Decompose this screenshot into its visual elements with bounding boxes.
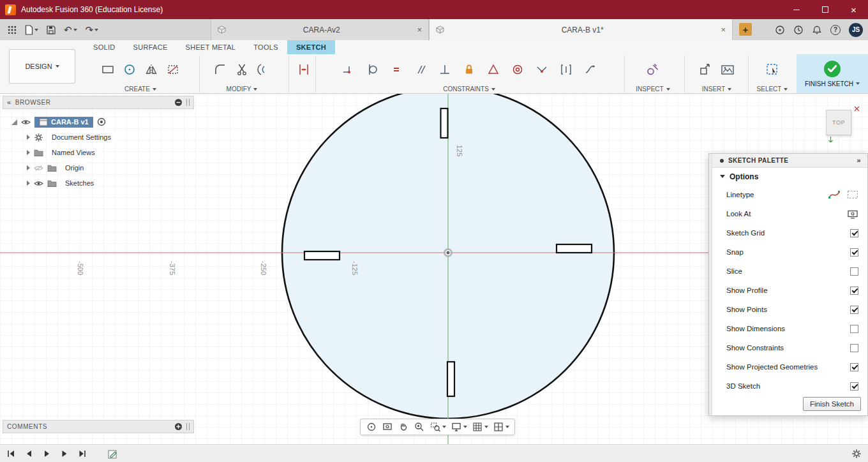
- workspace-selector[interactable]: DESIGN: [9, 49, 75, 84]
- sketch-dimension-button[interactable]: [295, 60, 313, 79]
- offset-tool-button[interactable]: [255, 60, 273, 79]
- notifications-button[interactable]: [812, 25, 822, 35]
- inspect-group-label[interactable]: INSPECT: [629, 85, 677, 93]
- fix-constraint-button[interactable]: [460, 60, 478, 79]
- job-status-button[interactable]: [793, 25, 804, 35]
- activate-radio-icon[interactable]: [97, 117, 106, 126]
- viewcube[interactable]: TOP: [826, 110, 851, 135]
- trim-tool-button[interactable]: [233, 60, 251, 79]
- close-window-button[interactable]: ×: [839, 0, 868, 19]
- linetype-spline-button[interactable]: [828, 190, 841, 200]
- fillet-tool-button[interactable]: [211, 60, 229, 79]
- expand-palette-icon[interactable]: »: [857, 157, 861, 164]
- redo-button[interactable]: ↷: [86, 25, 99, 34]
- mirror-tool-button[interactable]: [142, 60, 160, 79]
- minimize-button[interactable]: [782, 0, 811, 19]
- midpoint-constraint-button[interactable]: [533, 60, 551, 79]
- finish-sketch-button[interactable]: Finish Sketch: [803, 397, 861, 411]
- timeline-sketch-feature[interactable]: [107, 448, 119, 459]
- tab-sheet-metal[interactable]: SHEET METAL: [177, 40, 245, 54]
- show-profile-checkbox[interactable]: [850, 287, 858, 295]
- zoom-window-button[interactable]: [430, 421, 446, 433]
- select-group-label[interactable]: SELECT: [752, 85, 793, 93]
- browser-root-row[interactable]: CARA-B v1: [3, 114, 194, 130]
- origin-point[interactable]: [446, 251, 450, 255]
- timeline-step-back-button[interactable]: [24, 449, 33, 458]
- select-tool-button[interactable]: [763, 60, 781, 79]
- snap-checkbox[interactable]: [850, 248, 858, 257]
- sketch-palette-header[interactable]: SKETCH PALETTE »: [712, 154, 867, 168]
- parallel-constraint-button[interactable]: [412, 60, 430, 79]
- tab-surface[interactable]: SURFACE: [124, 40, 177, 54]
- sketch-slot-right[interactable]: [557, 244, 592, 253]
- root-component-item[interactable]: CARA-B v1: [34, 117, 93, 128]
- expand-arrow-icon[interactable]: [27, 181, 30, 186]
- new-tab-button[interactable]: +: [739, 23, 752, 36]
- eye-off-icon[interactable]: [34, 165, 43, 172]
- tangent-constraint-button[interactable]: [363, 60, 381, 79]
- create-group-label[interactable]: CREATE: [84, 85, 197, 93]
- slice-checkbox[interactable]: [850, 267, 858, 276]
- measure-tool-button[interactable]: [644, 60, 662, 79]
- circle-tool-button[interactable]: [121, 60, 138, 79]
- insert-group-label[interactable]: INSERT: [689, 85, 744, 93]
- undo-button[interactable]: ↶: [64, 25, 77, 34]
- expand-arrow-icon[interactable]: [27, 135, 30, 140]
- show-dimensions-checkbox[interactable]: [850, 325, 858, 333]
- grid-settings-button[interactable]: [472, 421, 488, 433]
- insert-derive-button[interactable]: [697, 60, 715, 79]
- constraints-group-label[interactable]: CONSTRAINTS: [319, 85, 619, 93]
- display-settings-button[interactable]: [451, 421, 467, 433]
- sketch-slot-left[interactable]: [304, 251, 340, 260]
- concentric-constraint-button[interactable]: [509, 60, 527, 79]
- look-at-button[interactable]: [382, 421, 393, 433]
- construction-linetype-button[interactable]: [847, 190, 858, 199]
- sketch-slot-top[interactable]: [441, 108, 448, 138]
- modify-group-label[interactable]: MODIFY: [203, 85, 281, 93]
- curvature-constraint-button[interactable]: [557, 60, 575, 79]
- orbit-button[interactable]: [366, 421, 377, 433]
- finish-sketch-ribbon-button[interactable]: FINISH SKETCH: [797, 54, 868, 93]
- add-comment-icon[interactable]: [174, 422, 183, 431]
- eye-icon[interactable]: [21, 119, 31, 126]
- maximize-button[interactable]: [811, 0, 839, 19]
- tree-item-label[interactable]: Document Settings: [47, 132, 116, 142]
- help-button[interactable]: ?: [830, 25, 841, 35]
- rectangle-tool-button[interactable]: [99, 60, 117, 79]
- collapse-all-icon[interactable]: [174, 98, 183, 107]
- show-projected-checkbox[interactable]: [850, 363, 858, 371]
- document-tab-cara-av2[interactable]: CARA-Av2 ×: [211, 19, 429, 40]
- equal-constraint-button[interactable]: [387, 60, 405, 79]
- file-menu-button[interactable]: [25, 25, 38, 35]
- tab-sketch[interactable]: SKETCH: [287, 40, 335, 54]
- browser-item-sketches[interactable]: Sketches: [3, 175, 194, 191]
- document-tab-cara-b[interactable]: CARA-B v1* ×: [429, 19, 733, 40]
- perpendicular-constraint-button[interactable]: [436, 60, 454, 79]
- close-tab-icon[interactable]: ×: [417, 25, 422, 34]
- show-constraints-checkbox[interactable]: [850, 344, 858, 352]
- insert-canvas-button[interactable]: [719, 60, 737, 79]
- smooth-constraint-button[interactable]: [581, 60, 599, 79]
- timeline-end-button[interactable]: [78, 449, 87, 458]
- tree-item-label[interactable]: Sketches: [61, 178, 98, 188]
- pan-button[interactable]: [398, 421, 409, 433]
- timeline-begin-button[interactable]: [6, 449, 15, 458]
- panel-drag-handle[interactable]: [186, 99, 190, 106]
- tab-solid[interactable]: SOLID: [84, 40, 124, 54]
- viewports-button[interactable]: [493, 421, 509, 433]
- viewcube-face-label[interactable]: TOP: [832, 119, 845, 126]
- comments-panel[interactable]: COMMENTS: [3, 420, 194, 433]
- save-button[interactable]: [47, 26, 56, 34]
- browser-item-document-settings[interactable]: Document Settings: [3, 130, 194, 145]
- coincident-constraint-button[interactable]: [339, 60, 357, 79]
- options-section-header[interactable]: Options: [712, 168, 867, 185]
- eye-icon[interactable]: [34, 180, 43, 187]
- look-at-button[interactable]: [847, 209, 858, 219]
- panel-drag-handle[interactable]: [186, 423, 190, 430]
- 3d-sketch-checkbox[interactable]: [850, 382, 858, 391]
- extensions-button[interactable]: [775, 25, 785, 35]
- project-tool-button[interactable]: [164, 60, 182, 79]
- collapse-browser-icon[interactable]: «: [7, 99, 11, 106]
- zoom-button[interactable]: [414, 421, 425, 433]
- user-avatar[interactable]: JS: [849, 23, 863, 37]
